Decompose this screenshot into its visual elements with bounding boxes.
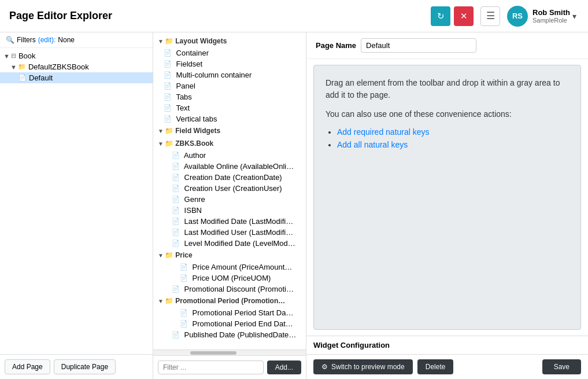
page-name-label: Page Name xyxy=(316,41,356,50)
toggle-field-widgets[interactable]: ▼ xyxy=(158,128,164,134)
list-item-price-amount[interactable]: 📄 Price Amount (PriceAmount… xyxy=(153,262,306,273)
group-layout-label: Layout Widgets xyxy=(173,37,227,45)
group-price-label: Price xyxy=(173,251,193,259)
page-name-input[interactable] xyxy=(361,38,476,53)
list-item-fieldset[interactable]: 📄 Fieldset xyxy=(153,58,306,69)
doc-icon: 📄 xyxy=(172,285,180,293)
group-promo-period: ▼ 📁 Promotional Period (Promotion… xyxy=(153,295,306,307)
list-item-isbn[interactable]: 📄 ISBN xyxy=(153,205,306,216)
duplicate-page-button[interactable]: Duplicate Page xyxy=(54,359,116,374)
group-price: ▼ 📁 Price xyxy=(153,249,306,262)
folder-icon-defaultzbksbook: 📁 xyxy=(18,63,26,71)
group-zbks-label: ZBKS.Book xyxy=(173,139,213,148)
filters-edit-link[interactable]: (edit): xyxy=(38,36,56,44)
add-all-natural-keys-link[interactable]: Add all natural keys xyxy=(337,140,408,149)
folder-icon-price: 📁 xyxy=(165,251,173,259)
list-item-promo-discount[interactable]: 📄 Promotional Discount (Promoti… xyxy=(153,284,306,295)
list-item-genre[interactable]: 📄 Genre xyxy=(153,194,306,205)
list-item-last-modified-user[interactable]: 📄 Last Modified User (LastModifi… xyxy=(153,227,306,238)
toggle-zbks-book[interactable]: ▼ xyxy=(158,141,164,147)
doc-icon-default: 📄 xyxy=(19,74,27,82)
tree-label-defaultzbksbook: DefaultZBKSBook xyxy=(28,62,89,71)
preview-button[interactable]: ⚙ Switch to preview mode xyxy=(313,359,413,374)
list-item-promo-start[interactable]: 📄 Promotional Period Start Da… xyxy=(153,307,306,318)
refresh-button[interactable]: ↻ xyxy=(431,6,450,26)
toggle-promo-period[interactable]: ▼ xyxy=(158,298,164,304)
list-item-text[interactable]: 📄 Text xyxy=(153,102,306,113)
list-item-level-modified-date[interactable]: 📄 Level Modified Date (LevelMod… xyxy=(153,238,306,249)
tree-item-defaultzbksbook[interactable]: ▼ 📁 DefaultZBKSBook xyxy=(0,61,153,72)
toggle-book[interactable]: ▼ xyxy=(3,53,10,60)
user-menu-button[interactable]: ▾ xyxy=(570,9,579,23)
list-item-vertical-tabs[interactable]: 📄 Vertical tabs xyxy=(153,113,306,124)
page-name-bar: Page Name xyxy=(306,32,588,59)
doc-icon: 📄 xyxy=(164,104,172,112)
doc-icon: 📄 xyxy=(180,274,188,282)
close-button[interactable]: ✕ xyxy=(454,6,474,26)
doc-icon: 📄 xyxy=(172,152,180,159)
delete-button[interactable]: Delete xyxy=(417,359,454,374)
list-item-creation-user[interactable]: 📄 Creation User (CreationUser) xyxy=(153,183,306,194)
doc-icon: 📄 xyxy=(164,93,172,101)
doc-icon: 📄 xyxy=(172,196,180,203)
doc-icon: 📄 xyxy=(172,207,180,214)
doc-icon: 📄 xyxy=(172,163,180,170)
folder-icon-field: 📁 xyxy=(165,127,173,135)
list-item-last-modified-date[interactable]: 📄 Last Modified Date (LastModifi… xyxy=(153,216,306,227)
group-field-widgets: ▼ 📁 Field Widgets xyxy=(153,124,306,137)
list-item-creation-date[interactable]: 📄 Creation Date (CreationDate) xyxy=(153,172,306,183)
doc-icon: 📄 xyxy=(180,263,188,271)
right-content: Drag an element from the toolbar and dro… xyxy=(306,59,588,379)
list-item-price-uom[interactable]: 📄 Price UOM (PriceUOM) xyxy=(153,273,306,284)
left-footer: Add Page Duplicate Page xyxy=(0,354,153,379)
group-zbks-book: ▼ 📁 ZBKS.Book xyxy=(153,137,306,150)
menu-button[interactable]: ☰ xyxy=(480,6,500,26)
header-action-icons: ↻ ✕ xyxy=(431,6,474,26)
folder-icon-layout: 📁 xyxy=(165,37,173,45)
toggle-layout-widgets[interactable]: ▼ xyxy=(158,38,164,45)
doc-icon: 📄 xyxy=(180,309,188,317)
list-item-available-online[interactable]: 📄 Available Online (AvailableOnli… xyxy=(153,161,306,172)
list-item-author[interactable]: 📄 Author xyxy=(153,150,306,161)
search-icon: 🔍 xyxy=(6,36,14,44)
filters-label: Filters xyxy=(17,36,36,44)
middle-footer: Add... xyxy=(153,355,306,379)
add-required-natural-keys-link[interactable]: Add required natural keys xyxy=(337,127,430,137)
group-promo-label: Promotional Period (Promotion… xyxy=(173,297,285,305)
doc-icon: 📄 xyxy=(172,185,180,192)
doc-icon: 📄 xyxy=(172,331,180,338)
tree-item-default[interactable]: 📄 Default xyxy=(0,72,153,83)
doc-icon: 📄 xyxy=(164,71,172,79)
drop-instruction-1: Drag an element from the toolbar and dro… xyxy=(326,77,569,101)
filter-input[interactable] xyxy=(158,360,264,374)
user-info: Rob Smith SampleRole xyxy=(532,8,570,24)
book-icon: ⊟ xyxy=(11,52,16,60)
save-button[interactable]: Save xyxy=(542,359,581,374)
list-item-panel[interactable]: 📄 Panel xyxy=(153,80,306,91)
toggle-defaultzbksbook[interactable]: ▼ xyxy=(10,64,17,71)
tree-label-default: Default xyxy=(29,73,53,82)
drop-area: Drag an element from the toolbar and dro… xyxy=(313,65,581,330)
list-item-promo-end[interactable]: 📄 Promotional Period End Dat… xyxy=(153,318,306,329)
drop-actions-list: Add required natural keys Add all natura… xyxy=(326,127,569,149)
left-panel: 🔍 Filters (edit): None ▼ ⊟ Book ▼ 📁 Defa… xyxy=(0,32,153,379)
add-button[interactable]: Add... xyxy=(267,360,301,374)
middle-panel: ▼ 📁 Layout Widgets 📄 Container 📄 Fieldse… xyxy=(153,32,306,379)
list-item-tabs[interactable]: 📄 Tabs xyxy=(153,91,306,102)
folder-icon-zbks: 📁 xyxy=(165,139,173,148)
list-item-container[interactable]: 📄 Container xyxy=(153,47,306,58)
drop-wrapper: Drag an element from the toolbar and dro… xyxy=(306,59,588,336)
doc-icon: 📄 xyxy=(164,82,172,90)
user-avatar: RS xyxy=(507,6,528,27)
h-scrollbar-thumb[interactable] xyxy=(190,351,236,355)
doc-icon: 📄 xyxy=(172,218,180,225)
tree-item-book[interactable]: ▼ ⊟ Book xyxy=(0,50,153,61)
add-page-button[interactable]: Add Page xyxy=(5,359,50,374)
doc-icon: 📄 xyxy=(164,49,172,57)
doc-icon: 📄 xyxy=(180,320,188,328)
toggle-price[interactable]: ▼ xyxy=(158,252,164,259)
list-item-add-all: Add all natural keys xyxy=(337,140,569,149)
main-layout: 🔍 Filters (edit): None ▼ ⊟ Book ▼ 📁 Defa… xyxy=(0,32,588,379)
list-item-published-date[interactable]: 📄 Published Date (PublishedDate… xyxy=(153,329,306,340)
list-item-multi-column[interactable]: 📄 Multi-column container xyxy=(153,69,306,80)
